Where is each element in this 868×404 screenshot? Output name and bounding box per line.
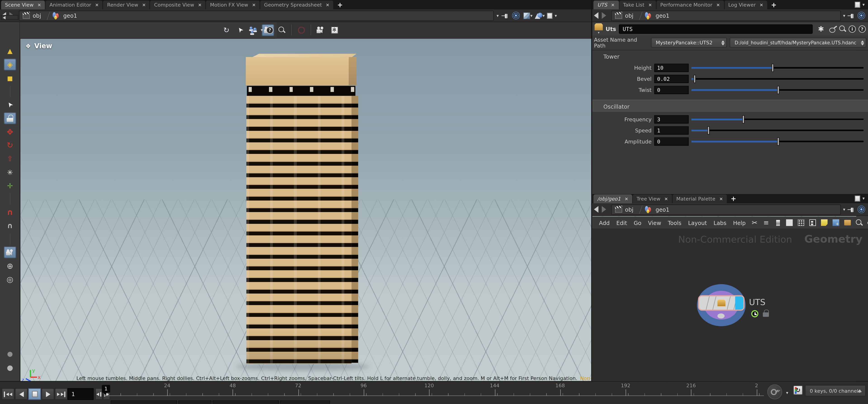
- info-circle-icon[interactable]: i: [848, 25, 856, 32]
- breadcrumb[interactable]: obj geo1: [611, 204, 841, 214]
- pose-axis-tool-icon[interactable]: ✛: [4, 180, 16, 192]
- path-dropdown-caret-icon[interactable]: ▾: [497, 13, 499, 18]
- breadcrumb-root[interactable]: obj: [33, 12, 41, 19]
- breadcrumb-node[interactable]: geo1: [63, 12, 77, 19]
- play-backwards-button[interactable]: [15, 388, 28, 400]
- geometry-filter-icon[interactable]: [523, 12, 530, 19]
- select-objects-icon[interactable]: ➤: [234, 24, 246, 36]
- back-arrow-icon[interactable]: [594, 206, 598, 212]
- current-frame-input[interactable]: 1: [68, 388, 94, 400]
- snap-magnet-icon[interactable]: ∩: [4, 207, 16, 218]
- create-primitive-tool-icon[interactable]: ▲: [4, 46, 16, 57]
- snip-wire-icon[interactable]: ✂: [750, 219, 759, 227]
- breadcrumb[interactable]: obj geo1: [19, 10, 494, 21]
- tab-scene-view[interactable]: Scene View✕: [1, 0, 45, 9]
- view-tool-icon[interactable]: ↻: [220, 24, 232, 36]
- twist-input[interactable]: 0: [654, 86, 689, 94]
- pin-pane-icon[interactable]: [847, 12, 855, 19]
- close-tab-icon[interactable]: ✕: [664, 196, 668, 201]
- step-back-button[interactable]: [95, 388, 102, 400]
- path-dropdown-caret-icon[interactable]: ▾: [843, 207, 845, 212]
- section-title-tower[interactable]: Tower: [592, 51, 868, 62]
- menu-go[interactable]: Go: [630, 220, 645, 226]
- breadcrumb-node[interactable]: geo1: [656, 206, 670, 212]
- slider-handle[interactable]: [742, 115, 744, 123]
- help-circle-icon[interactable]: ?: [266, 27, 274, 34]
- pane-maximize-icon[interactable]: [855, 2, 860, 8]
- close-tab-icon[interactable]: ✕: [648, 2, 652, 7]
- gear-menu-icon[interactable]: ✱: [815, 24, 827, 34]
- lens-tool-icon[interactable]: ◎: [4, 273, 16, 285]
- scale-tool-icon[interactable]: ⇧: [4, 153, 16, 165]
- pin-pane-icon[interactable]: [501, 12, 509, 19]
- menu-edit[interactable]: Edit: [613, 220, 630, 226]
- breadcrumb-node[interactable]: geo1: [656, 12, 670, 19]
- tree-hierarchy-icon[interactable]: ≡: [762, 219, 771, 227]
- close-tab-icon[interactable]: ✕: [198, 2, 202, 7]
- amplitude-input[interactable]: 0: [654, 137, 689, 146]
- node-label[interactable]: UTS: [749, 297, 766, 307]
- find-node-icon[interactable]: [855, 219, 864, 227]
- path-dropdown-caret-icon[interactable]: ▾: [843, 13, 845, 18]
- amplitude-slider[interactable]: [691, 137, 865, 146]
- menu-layout[interactable]: Layout: [685, 220, 710, 226]
- create-grid-tool-icon[interactable]: ◈: [4, 59, 16, 70]
- tab-motion-fx-view[interactable]: Motion FX View✕: [206, 0, 259, 9]
- menu-help[interactable]: Help: [730, 220, 749, 226]
- background-image-icon[interactable]: +: [832, 219, 840, 227]
- auto-update-icon[interactable]: ↻: [793, 385, 803, 395]
- toolbar-collapse-button[interactable]: [1, 15, 18, 20]
- slider-handle[interactable]: [777, 86, 779, 94]
- speed-slider[interactable]: [691, 126, 865, 135]
- timeline-ruler[interactable]: 1 244872961201441681922162: [104, 383, 764, 397]
- section-title-oscillator[interactable]: Oscillator: [592, 99, 868, 112]
- forward-arrow-icon[interactable]: [602, 12, 606, 19]
- slider-handle[interactable]: [777, 137, 779, 146]
- set-key-button[interactable]: [767, 384, 782, 399]
- link-radar-icon[interactable]: [858, 205, 865, 213]
- node-output-connector[interactable]: [717, 314, 724, 318]
- tab-uts[interactable]: UTS✕: [593, 0, 618, 9]
- tab-render-view[interactable]: Render View✕: [103, 0, 150, 9]
- menu-tools[interactable]: Tools: [664, 220, 685, 226]
- pane-menu-caret-icon[interactable]: ▾: [862, 196, 865, 201]
- breadcrumb[interactable]: obj geo1: [611, 10, 841, 21]
- new-tab-button[interactable]: +: [334, 0, 346, 9]
- display-filter-icon[interactable]: [547, 12, 552, 19]
- link-radar-icon[interactable]: [858, 11, 865, 19]
- network-editor-canvas[interactable]: Non-Commercial Edition Geometry UTS: [592, 229, 868, 381]
- bevel-input[interactable]: 0.02: [654, 75, 689, 83]
- jump-to-end-button[interactable]: [55, 388, 67, 400]
- menu-add[interactable]: Add: [596, 220, 613, 226]
- search-parms-icon[interactable]: [839, 26, 846, 32]
- tab-composite-view[interactable]: Composite View✕: [150, 0, 206, 9]
- breadcrumb-root[interactable]: obj: [625, 12, 633, 19]
- asset-path-select[interactable]: D:/old_houdini_stuff/hda/MysteryPancake.…: [730, 37, 866, 48]
- flipbook-icon[interactable]: [314, 24, 327, 36]
- close-tab-icon[interactable]: ✕: [611, 2, 615, 7]
- slider-handle[interactable]: [772, 63, 774, 72]
- playhead[interactable]: 1: [102, 385, 110, 393]
- close-tab-icon[interactable]: ✕: [625, 196, 628, 201]
- key-options-caret-icon[interactable]: ▾: [786, 391, 788, 395]
- asset-name-select[interactable]: MysteryPancake::UTS2: [651, 37, 727, 48]
- forward-arrow-icon[interactable]: [602, 206, 606, 212]
- stop-button[interactable]: [28, 388, 41, 400]
- gradient-bar-icon[interactable]: [773, 219, 782, 227]
- pane-menu-caret-icon[interactable]: ▾: [862, 2, 865, 7]
- height-slider[interactable]: [691, 63, 865, 72]
- menu-labs[interactable]: Labs: [710, 220, 730, 226]
- primitive-types-icon[interactable]: [535, 12, 542, 19]
- sticky-note-icon[interactable]: [820, 219, 829, 227]
- node-body[interactable]: [698, 295, 745, 311]
- help-circle-icon[interactable]: ?: [859, 25, 866, 32]
- keys-summary-dropdown[interactable]: 0 keys, 0/0 channels: [805, 385, 866, 397]
- jack-tool-icon[interactable]: ✳: [4, 167, 16, 178]
- speed-input[interactable]: 1: [654, 126, 689, 135]
- link-radar-icon[interactable]: [512, 11, 520, 19]
- frequency-input[interactable]: 3: [654, 115, 689, 123]
- rotate-tool-icon[interactable]: ↻: [4, 139, 16, 151]
- new-tab-button[interactable]: +: [727, 195, 740, 203]
- pin-pane-icon[interactable]: [847, 206, 855, 213]
- tab-log-viewer[interactable]: Log Viewer✕: [724, 0, 767, 9]
